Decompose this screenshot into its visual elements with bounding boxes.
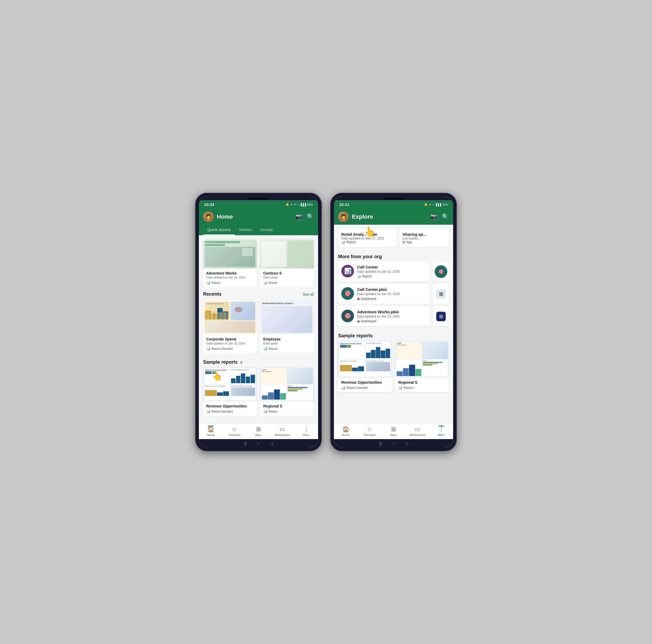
hand-cursor-explore: 👆 — [364, 226, 376, 237]
notch-left — [199, 196, 318, 200]
thumb-bottom-r1 — [205, 321, 255, 333]
see-all-button[interactable]: See all — [302, 292, 314, 297]
esample-cell-bl: Opportunity Count by Region — [339, 360, 365, 376]
sample2-cell-bl — [261, 385, 287, 400]
quick-access-card-1[interactable]: Adventure Works Data updated on Jan 23, … — [203, 240, 257, 287]
hand-cursor-icon: 👆 — [212, 371, 222, 381]
call-center-title: Call Center — [357, 265, 427, 269]
scroll-content-left[interactable]: Adventure Works Data updated on Jan 23, … — [199, 235, 318, 423]
nav-home-label-right: Home — [342, 433, 350, 437]
nav-workspaces-left[interactable]: ▭ Workspaces — [274, 426, 290, 437]
adventure-works-pbix-icon: 🎯 — [341, 310, 354, 322]
explore-sample-thumb-2: SALES Sales Overview — [395, 341, 449, 377]
org-row-3: 🎯 Adventure Works.pbix Data updated on J… — [334, 306, 453, 329]
call-center-pbix-icon: 🎯 — [341, 287, 354, 300]
sharing-app-card[interactable]: Sharing ap... Last publis... ⊞ App — [399, 229, 449, 247]
phone-bottom-left: ||| ○ ◁ — [199, 439, 318, 448]
nav-more-left[interactable]: ⋮ More — [298, 426, 314, 437]
nav-apps-right[interactable]: ⊞ Apps — [386, 426, 402, 437]
home-btn-right[interactable]: ○ — [392, 441, 395, 445]
camera-icon-right[interactable]: 📷 — [430, 213, 438, 220]
nav-favorites-right[interactable]: ☆ Favorites — [362, 426, 377, 437]
sample-card-2[interactable]: SALES Sales Overview — [260, 367, 314, 416]
org-row-2: 🎯 Call Center.pbix Data updated on Jan 2… — [334, 284, 453, 306]
back-btn-left[interactable]: ||| — [244, 441, 247, 445]
call-center-card[interactable]: 📊 Call Center Data updated on Jan 23, 20… — [338, 261, 430, 281]
recent-btn-right[interactable]: ◁ — [405, 441, 408, 445]
nav-favorites-left[interactable]: ☆ Favorites — [226, 426, 242, 437]
alarm-icon: 🔔 — [286, 203, 289, 206]
home-btn-left[interactable]: ○ — [257, 441, 260, 445]
search-icon-left[interactable]: 🔍 — [307, 213, 314, 220]
back-btn-right[interactable]: ||| — [379, 441, 382, 445]
recents-title: Recents — [203, 291, 222, 297]
thumb-bar-2 — [205, 244, 225, 246]
esample2-cell-bl — [396, 360, 422, 376]
nav-workspaces-right[interactable]: ▭ Workspaces — [409, 426, 425, 437]
call-center-sub: Data updated on Jan 23, 2024 — [357, 270, 427, 274]
org-card-partial-1[interactable]: 🎯 — [433, 261, 449, 281]
nav-favorites-label-left: Favorites — [229, 433, 241, 437]
adventure-works-pbix-sub: Data updated on Jan 23, 2024 — [357, 315, 427, 318]
search-icon-right[interactable]: 🔍 — [442, 213, 449, 220]
nav-home-right[interactable]: 🏠 Home — [338, 426, 354, 437]
nav-home-left[interactable]: 🏠 Home — [203, 426, 219, 437]
user-avatar-left[interactable]: 👩 — [203, 212, 214, 222]
card-subtitle-1: Data updated on Jan 23, 2024 — [206, 276, 254, 279]
esample2-cell-tl: SALES Sales Overview — [396, 342, 422, 359]
call-center-icon: 📊 — [341, 265, 354, 277]
recent-card-2[interactable]: HUMAN RESOURCES SAMPLE Employee Data upd… — [260, 300, 314, 353]
nav-apps-left[interactable]: ⊞ Apps — [250, 426, 266, 437]
tab-activity[interactable]: Activity — [256, 225, 277, 235]
recents-section: Recents See all IT SPEND ANALYSIS — [199, 287, 318, 355]
tab-metrics[interactable]: Metrics — [235, 225, 256, 235]
org-card-partial-3[interactable]: ⊞ — [433, 306, 449, 326]
sample-title-1: Revenue Opportunities — [206, 404, 254, 408]
signal-icon: ▐▐▐ — [300, 203, 306, 206]
recent-type-1: 📊 Report (Sample) — [206, 346, 254, 351]
report-icon-retail: 📊 — [341, 240, 345, 244]
explore-scroll-content[interactable]: 👆 Retail Analy... mple Data updated on M… — [334, 225, 453, 423]
tab-quick-access[interactable]: Quick access — [203, 225, 235, 235]
notch-right — [334, 196, 453, 200]
camera-icon-left[interactable]: 📷 — [295, 213, 302, 220]
sample-card-1[interactable]: Opportunity Analysis Report $1.97bn 444 … — [203, 367, 257, 416]
recent-thumb-top-1: IT SPEND ANALYSIS — [205, 302, 255, 320]
explore-sample-body-1: Revenue Opportunities 📊 Report (Sample) — [338, 377, 392, 392]
apps-icon-left: ⊞ — [256, 426, 261, 433]
workspaces-icon-left: ▭ — [279, 426, 285, 433]
alarm-icon-r: 🔔 — [424, 203, 428, 206]
nav-more-right[interactable]: ⋮ More — [433, 426, 449, 437]
adventure-works-pbix-type: ◉ Dashboard — [357, 319, 427, 323]
dashboard-icon-awpbix: ◉ — [357, 319, 360, 323]
call-center-pbix-card[interactable]: 🎯 Call Center.pbix Data updated on Jan 2… — [338, 284, 430, 304]
more-icon-left: ⋮ — [303, 426, 309, 433]
nav-home-label-left: Home — [207, 433, 214, 437]
card-body-1: Adventure Works Data updated on Jan 23, … — [203, 269, 257, 287]
explore-sample-cards: Opportunity Analysis Report $1.97bn 444 … — [334, 341, 453, 396]
sample-thumb-2: SALES Sales Overview — [260, 367, 314, 401]
retail-analysis-card[interactable]: 👆 Retail Analy... mple Data updated on M… — [338, 229, 396, 247]
thumb-bar-1 — [205, 241, 240, 243]
recent-btn-left[interactable]: ◁ — [270, 441, 273, 445]
org-card-partial-2[interactable]: ⊞ — [433, 284, 449, 304]
report-icon-2: 📊 — [263, 281, 267, 284]
report-icon-s2: 📊 — [263, 409, 267, 413]
page-title-right: Explore — [352, 213, 427, 220]
quick-access-card-2[interactable]: Contoso S Data updat 📊 Report — [260, 240, 314, 287]
notch-bar — [248, 197, 269, 199]
card-title-1: Adventure Works — [206, 271, 254, 275]
report-icon-cc: 📊 — [357, 275, 361, 278]
user-avatar-right[interactable]: 👩 — [338, 212, 349, 222]
explore-sample-card-1[interactable]: Opportunity Analysis Report $1.97bn 444 … — [338, 341, 392, 392]
recent-card-1[interactable]: IT SPEND ANALYSIS — [203, 300, 257, 353]
explore-sample-title-1: Revenue Opportunities — [341, 380, 389, 385]
chevron-down-icon[interactable]: ∨ — [240, 360, 243, 365]
explore-sample-card-2[interactable]: SALES Sales Overview — [395, 341, 449, 392]
adventure-works-pbix-card[interactable]: 🎯 Adventure Works.pbix Data updated on J… — [338, 306, 430, 326]
more-from-org-title: More from your org — [334, 250, 453, 261]
sample-thumb-1: Opportunity Analysis Report $1.97bn 444 … — [203, 367, 257, 401]
home-icon-right: 🏠 — [342, 426, 350, 433]
header-icons-left: 📷 🔍 — [295, 213, 314, 220]
status-time-right: 10:11 — [339, 202, 349, 207]
